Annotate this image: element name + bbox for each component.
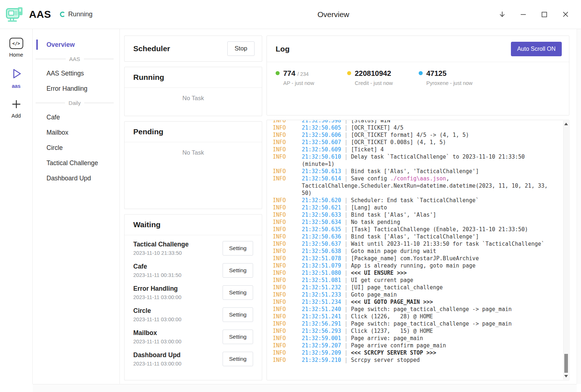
task-setting-button[interactable]: Setting bbox=[223, 307, 253, 322]
task-info: Mailbox2023-11-11 03:00:00 bbox=[133, 329, 182, 344]
task-name: Cafe bbox=[133, 262, 182, 270]
task-setting-button[interactable]: Setting bbox=[223, 352, 253, 366]
stat-value: 47125 bbox=[426, 69, 472, 78]
task-setting-button[interactable]: Setting bbox=[223, 285, 253, 300]
log-message: [Status] WIN bbox=[351, 120, 390, 124]
menu-item-overview[interactable]: Overview bbox=[33, 37, 119, 52]
log-line: INFO21:32:50.621 | [Lang] auto bbox=[273, 204, 549, 211]
play-icon bbox=[10, 67, 23, 80]
stat-dot bbox=[419, 71, 423, 75]
log-message: Scheduler: End task `TacticalChallenge` bbox=[351, 197, 479, 204]
main-content: Scheduler Stop Running No Task Pending N… bbox=[120, 29, 581, 384]
menu-item-error-handling[interactable]: Error Handling bbox=[33, 81, 119, 96]
log-level: INFO bbox=[273, 219, 302, 226]
task-setting-button[interactable]: Setting bbox=[223, 330, 253, 344]
log-separator: | bbox=[341, 146, 351, 153]
log-separator: | bbox=[341, 204, 351, 211]
close-button[interactable] bbox=[558, 7, 573, 22]
stat-label: AP - just now bbox=[283, 80, 314, 86]
log-timestamp: 21:32:59.209 bbox=[302, 350, 341, 356]
rail-item-add[interactable]: Add bbox=[11, 98, 22, 119]
resource-stat: 774 / 234AP - just now bbox=[276, 69, 347, 86]
log-line: INFO21:32:50.613 | Bind task ['Alas', 'T… bbox=[273, 168, 549, 175]
menu-section-divider: AAS bbox=[33, 52, 119, 66]
log-message: Page switch: page_tactical_challenge -> … bbox=[351, 320, 512, 327]
log-timestamp: 21:32:59.210 bbox=[302, 357, 341, 363]
waiting-task-row: Dashboard Upd2023-11-11 03:00:00Setting bbox=[133, 348, 253, 370]
log-separator: | bbox=[341, 299, 351, 305]
log-message: [Ticket] 4 bbox=[351, 146, 383, 153]
horizontal-scrollbar[interactable] bbox=[33, 384, 577, 392]
log-line: INFO21:32:56.293 | Click (1237, 15) @ HO… bbox=[273, 327, 549, 335]
log-line: INFO21:32:50.607 | [OCR_TICKET 0.008s] (… bbox=[273, 139, 549, 146]
log-timestamp: 21:32:51.233 bbox=[302, 291, 341, 298]
menu-item-cafe[interactable]: Cafe bbox=[33, 110, 119, 125]
log-level: INFO bbox=[273, 262, 302, 269]
scroll-down-arrow-icon[interactable] bbox=[564, 375, 568, 377]
scheduler-stop-button[interactable]: Stop bbox=[227, 41, 255, 56]
log-separator: | bbox=[341, 120, 351, 124]
page-vertical-scrollbar[interactable] bbox=[577, 29, 581, 384]
minimize-to-tray-button[interactable] bbox=[495, 7, 510, 22]
log-message: [Package_name] com.YostarJP.BlueArchive bbox=[351, 255, 479, 262]
waiting-title: Waiting bbox=[133, 220, 161, 229]
task-setting-button[interactable]: Setting bbox=[223, 263, 253, 278]
log-level: INFO bbox=[273, 211, 302, 219]
log-message: UI get current page bbox=[351, 277, 413, 283]
scroll-up-arrow-icon[interactable] bbox=[564, 123, 568, 125]
log-level: INFO bbox=[273, 175, 302, 182]
log-timestamp: 21:32:50.636 bbox=[302, 233, 341, 240]
log-separator: | bbox=[341, 197, 351, 204]
pending-title: Pending bbox=[133, 127, 163, 136]
log-separator: | bbox=[341, 284, 351, 291]
auto-scroll-toggle-button[interactable]: Auto Scroll ON bbox=[511, 42, 562, 56]
minimize-icon bbox=[520, 11, 527, 18]
log-line: INFO21:32:50.634 | No task pending bbox=[273, 219, 549, 226]
log-level: INFO bbox=[273, 269, 302, 277]
log-line: INFO21:32:56.291 | Page switch: page_tac… bbox=[273, 320, 549, 327]
log-column: Log Auto Scroll ON 774 / 234AP - just no… bbox=[267, 36, 569, 380]
log-timestamp: 21:32:50.607 bbox=[302, 139, 341, 146]
log-message: Page switch: page_tactical_challenge -> … bbox=[351, 306, 512, 313]
menu-item-mailbox[interactable]: Mailbox bbox=[33, 125, 119, 140]
task-next-run-time: 2023-11-11 03:00:00 bbox=[133, 317, 182, 322]
log-scrollbar[interactable] bbox=[563, 121, 569, 380]
task-info: Dashboard Upd2023-11-11 03:00:00 bbox=[133, 351, 182, 367]
log-level: INFO bbox=[273, 233, 302, 240]
log-level: INFO bbox=[273, 255, 302, 262]
pending-card-header: Pending bbox=[125, 122, 262, 142]
log-timestamp: 21:32:50.638 bbox=[302, 248, 341, 254]
log-message: [UI] page_tactical_challenge bbox=[351, 284, 443, 291]
task-setting-button[interactable]: Setting bbox=[223, 241, 253, 256]
waiting-card-header: Waiting bbox=[125, 215, 262, 235]
log-message: Scrcpy server stopped bbox=[351, 357, 420, 363]
menu-item-aas-settings[interactable]: AAS Settings bbox=[33, 66, 119, 81]
log-lines: INFO21:32:50.598 | [Status] WININFO21:32… bbox=[267, 120, 569, 364]
log-separator: | bbox=[341, 335, 351, 342]
log-level: INFO bbox=[273, 313, 302, 320]
log-message: ./config\aas.json bbox=[390, 175, 446, 182]
minimize-button[interactable] bbox=[516, 7, 531, 22]
log-separator: | bbox=[341, 255, 351, 262]
menu-item-tactical-challenge[interactable]: Tactical Challenge bbox=[33, 155, 119, 171]
menu-item-dashboard-upd[interactable]: Dashboard Upd bbox=[33, 171, 119, 186]
log-scrollbar-thumb[interactable] bbox=[564, 354, 568, 373]
maximize-button[interactable] bbox=[537, 7, 552, 22]
rail-item-home[interactable]: </> Home bbox=[9, 38, 23, 58]
log-message: [OCR_TICKET format] 4/5 -> (4, 1, 5) bbox=[351, 132, 469, 138]
menu-item-circle[interactable]: Circle bbox=[33, 140, 119, 155]
app-status: Running bbox=[60, 11, 93, 18]
log-level: INFO bbox=[273, 139, 302, 146]
stat-label: Credit - just now bbox=[355, 80, 393, 86]
log-line: INFO21:32:50.598 | [Status] WIN bbox=[273, 120, 549, 124]
log-separator: | bbox=[341, 313, 351, 320]
log-message: [OCR_TICKET] 4/5 bbox=[351, 124, 403, 131]
log-message: Bind task ['Alas', 'Alas'] bbox=[351, 212, 436, 218]
log-message: Bind task ['Alas', 'TacticalChallenge'] bbox=[351, 168, 479, 175]
scheduler-card: Scheduler Stop bbox=[124, 36, 262, 62]
log-level: INFO bbox=[273, 240, 302, 248]
log-timestamp: 21:32:50.610 bbox=[302, 154, 341, 160]
waiting-card: Waiting Tactical Challenge2023-11-10 21:… bbox=[124, 214, 262, 380]
rail-item-aas[interactable]: aas bbox=[10, 67, 23, 89]
task-next-run-time: 2023-11-11 03:00:00 bbox=[133, 361, 182, 367]
